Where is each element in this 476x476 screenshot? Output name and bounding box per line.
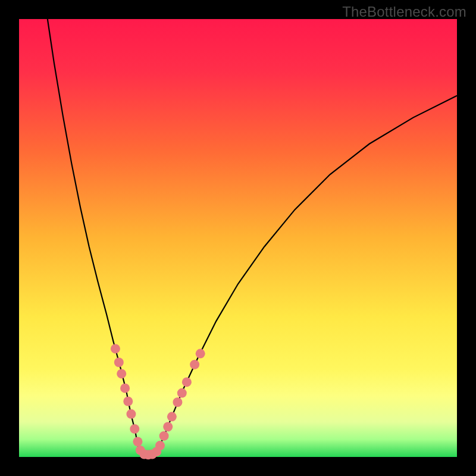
data-marker xyxy=(167,412,177,421)
data-marker xyxy=(117,369,126,378)
data-marker xyxy=(173,397,182,407)
data-marker xyxy=(114,358,124,367)
chart-frame: TheBottleneck.com xyxy=(0,0,476,476)
data-marker xyxy=(163,422,173,431)
data-marker xyxy=(120,383,130,393)
curve-layer xyxy=(19,19,457,457)
data-marker xyxy=(159,431,169,441)
data-marker xyxy=(155,441,165,450)
data-marker xyxy=(177,389,187,398)
watermark-text: TheBottleneck.com xyxy=(342,4,466,20)
data-marker xyxy=(130,424,139,434)
marker-group xyxy=(111,344,205,459)
data-marker xyxy=(190,360,199,369)
data-marker xyxy=(111,344,120,353)
data-marker xyxy=(133,437,142,446)
data-marker xyxy=(182,377,192,387)
plot-area xyxy=(19,19,457,457)
bottleneck-curve xyxy=(48,19,457,455)
data-marker xyxy=(126,409,136,419)
data-marker xyxy=(196,349,205,358)
data-marker xyxy=(123,397,133,406)
